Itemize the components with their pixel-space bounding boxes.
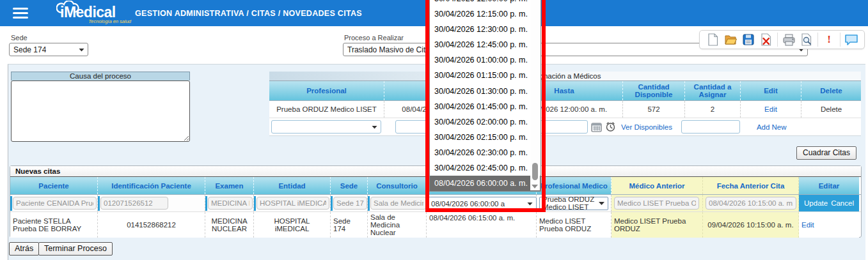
- table-row-editing: 08/04/2026 06:00:00 a Prueba ORDUZ Medic…: [10, 195, 861, 212]
- profesional-medico-select-value: Prueba ORDUZ Medico LISET: [542, 195, 597, 211]
- fecha-cita-select[interactable]: 08/04/2026 06:00:00 a: [428, 197, 537, 210]
- delete-link: Delete: [801, 101, 861, 118]
- col-edit: Edit: [741, 81, 801, 100]
- resize-handle[interactable]: [205, 196, 207, 211]
- col-fecha-anterior-cita: Fecha Anterior Cita: [703, 177, 799, 194]
- dropdown-option-selected[interactable]: 08/04/2026 06:00:00 a. m.: [430, 176, 541, 191]
- edit-link: Edit: [741, 101, 801, 118]
- entidad-cell: HOSPITAL iMEDICAL: [254, 212, 331, 238]
- dropdown-option[interactable]: 30/04/2026 12:30:00 p. m.: [430, 22, 541, 37]
- scrollbar-thumb[interactable]: [532, 163, 538, 180]
- examen-cell: [205, 195, 254, 211]
- col-paciente: Paciente: [10, 177, 98, 194]
- dropdown-option[interactable]: 30/04/2026 01:30:00 p. m.: [430, 83, 541, 98]
- col-sede: Sede: [331, 177, 368, 194]
- cuadrar-citas-button[interactable]: Cuadrar Citas: [796, 146, 856, 160]
- resize-handle[interactable]: [98, 196, 100, 211]
- chevron-down-icon: [372, 126, 377, 129]
- resize-handle[interactable]: [254, 196, 256, 211]
- examen-cell: MEDICINA NUCLEAR: [205, 212, 254, 238]
- sede-label: Sede: [11, 34, 28, 42]
- profesional-entry-select[interactable]: [271, 120, 381, 134]
- dropdown-option[interactable]: 30/04/2026 02:15:00 p. m.: [430, 130, 541, 145]
- sede-cell: Sede 174: [331, 212, 368, 238]
- paciente-input[interactable]: [13, 197, 97, 210]
- identificacion-cell: [98, 195, 205, 211]
- examen-input[interactable]: [208, 197, 253, 210]
- col-profesional: Profesional: [269, 81, 384, 100]
- profesional-medico-cell: Prueba ORDUZ Medico LISET: [537, 195, 612, 211]
- dropdown-option[interactable]: 30/04/2026 12:00:00 p. m.: [430, 0, 541, 6]
- proceso-select-value: Traslado Masivo de Citas: [347, 45, 434, 54]
- editar-cell: Edit: [799, 212, 859, 238]
- dropdown-scrollbar[interactable]: [530, 0, 540, 190]
- terminar-proceso-button[interactable]: Terminar Proceso: [38, 242, 113, 256]
- menu-icon[interactable]: [13, 8, 28, 19]
- breadcrumb: GESTION ADMINISTRATIVA / CITAS / NOVEDAD…: [135, 9, 362, 18]
- medico-anterior-input[interactable]: [614, 197, 699, 210]
- entidad-cell: [254, 195, 331, 211]
- resize-handle[interactable]: [331, 196, 333, 211]
- col-identificacion: Identificación Paciente: [98, 177, 205, 194]
- fecha-anterior-input[interactable]: [706, 197, 796, 210]
- app-logo: iMedical Tecnología en salud: [59, 0, 126, 26]
- cantidad-disponible-cell: 572: [623, 101, 685, 118]
- scroll-down-icon[interactable]: [532, 185, 538, 188]
- print-icon[interactable]: [780, 32, 798, 47]
- sede-select-value: Sede 174: [13, 45, 46, 54]
- col-delete: Delete: [801, 81, 861, 100]
- profesional-cell: Prueba ORDUZ Medico LISET: [269, 101, 384, 118]
- dropdown-option[interactable]: 30/04/2026 01:45:00 p. m.: [430, 99, 541, 114]
- open-folder-icon[interactable]: [722, 32, 739, 47]
- dropdown-option[interactable]: 30/04/2026 12:45:00 p. m.: [430, 37, 541, 52]
- clock-icon[interactable]: [605, 121, 616, 132]
- comment-icon[interactable]: [842, 32, 860, 47]
- consultorio-cell: Sala de Medicina Nuclear: [368, 212, 427, 238]
- col-profesional-medico: Profesional Medico: [537, 177, 612, 194]
- resize-handle[interactable]: [368, 196, 370, 211]
- dropdown-option[interactable]: 30/04/2026 02:45:00 p. m.: [430, 160, 541, 176]
- update-link[interactable]: Update: [804, 199, 828, 207]
- dropdown-option[interactable]: 30/04/2026 02:30:00 p. m.: [430, 145, 541, 160]
- paciente-cell: Paciente STELLA Prueba DE BORRAY: [10, 212, 98, 238]
- col-editar: Editar: [799, 177, 859, 194]
- causa-del-proceso-textarea[interactable]: [11, 80, 190, 142]
- cantidad-asignar-entry-input[interactable]: [681, 120, 740, 134]
- consultorio-input[interactable]: [370, 197, 427, 210]
- fecha-cita-cell: 08/04/2026 06:15:00 a. m.: [427, 212, 537, 238]
- medico-anterior-cell: [612, 195, 703, 211]
- chevron-down-icon: [79, 49, 84, 52]
- add-new-link[interactable]: Add New: [757, 123, 787, 131]
- dropdown-option[interactable]: 30/04/2026 01:15:00 p. m.: [430, 68, 541, 83]
- atras-button[interactable]: Atrás: [9, 242, 39, 256]
- resize-handle[interactable]: [10, 196, 12, 211]
- profesional-medico-select[interactable]: Prueba ORDUZ Medico LISET: [539, 197, 608, 210]
- dropdown-option[interactable]: 30/04/2026 02:00:00 p. m.: [430, 114, 541, 130]
- new-document-icon[interactable]: [704, 32, 722, 47]
- sede-select[interactable]: Sede 174: [9, 43, 88, 56]
- editar-cell: Update Cancel: [799, 195, 859, 211]
- table-row: Paciente STELLA Prueba DE BORRAY 0141528…: [10, 212, 861, 238]
- edit-link[interactable]: Edit: [801, 221, 814, 229]
- save-icon[interactable]: [739, 32, 757, 47]
- fecha-anterior-cell: [703, 195, 799, 211]
- medico-anterior-cell: Medico LISET Prueba ORDUZ: [612, 212, 703, 238]
- ver-disponibles-link[interactable]: Ver Disponibles: [621, 123, 672, 131]
- cancel-link[interactable]: Cancel: [831, 199, 854, 207]
- cantidad-asignar-cell: 2: [685, 101, 741, 118]
- identificacion-input[interactable]: [100, 197, 168, 210]
- identificacion-cell: 014152868212: [98, 212, 205, 238]
- alert-icon[interactable]: !: [820, 32, 838, 47]
- chevron-down-icon: [599, 202, 604, 205]
- dropdown-option[interactable]: 30/04/2026 12:15:00 p. m.: [430, 6, 541, 22]
- sede-input[interactable]: [333, 197, 367, 210]
- dropdown-option[interactable]: 30/04/2026 01:00:00 p. m.: [430, 52, 541, 68]
- preview-icon[interactable]: [798, 32, 816, 47]
- asignacion-data-row: Prueba ORDUZ Medico LISET 08/04/2026 06:…: [269, 101, 861, 118]
- fecha-cita-cell: 08/04/2026 06:00:00 a: [427, 195, 537, 211]
- delete-document-icon[interactable]: [757, 32, 775, 47]
- asignacion-entry-row: Ver Disponibles Add New: [269, 118, 861, 136]
- entidad-input[interactable]: [256, 197, 329, 210]
- toolbar-separator: [777, 33, 778, 47]
- calendar-icon[interactable]: [591, 122, 602, 132]
